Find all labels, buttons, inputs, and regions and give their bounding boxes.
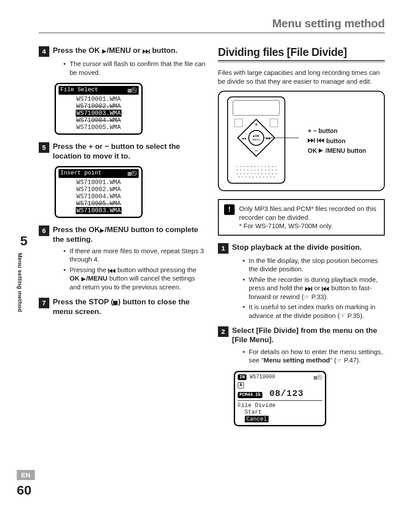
svg-point-11 (249, 130, 264, 145)
svg-point-66 (274, 177, 275, 177)
battery-icon: ▥ⓝ (128, 86, 137, 94)
svg-point-40 (265, 170, 266, 170)
divide-step-1-notes: In the file display, the stop position b… (243, 256, 385, 320)
page-number: 60 (17, 483, 35, 498)
page-header-title: Menu setting method (39, 17, 385, 32)
step-heading: Press the STOP () button to close the me… (53, 297, 206, 316)
reference-icon: ☞ (336, 357, 342, 364)
step-heading: Select [File Divide] from the menu on th… (232, 326, 385, 345)
svg-point-45 (240, 173, 241, 174)
svg-point-33 (240, 170, 241, 170)
svg-text:▸▸: ▸▸ (266, 136, 271, 140)
step-number: 4 (39, 46, 49, 57)
divide-step-2: 2 Select [File Divide] from the menu on … (218, 326, 385, 345)
section-underline (218, 62, 385, 63)
svg-point-42 (272, 170, 273, 170)
fast-forward-icon (143, 49, 150, 54)
svg-point-54 (272, 173, 273, 174)
svg-point-47 (247, 173, 248, 174)
device-illustration-box: ▸OK MENU + − ◂◂ ▸▸ (218, 91, 385, 191)
svg-point-22 (244, 166, 245, 167)
lcd-screen-file-divide: IN WS710008 ▥ⓝ A PCM44.1k 08/123 File Di… (234, 371, 326, 427)
bullet: In the file display, the stop position b… (243, 256, 385, 273)
play-icon (81, 277, 86, 282)
svg-point-62 (260, 177, 261, 177)
svg-point-28 (265, 166, 266, 167)
svg-text:▸OK: ▸OK (253, 134, 260, 137)
svg-point-20 (237, 166, 238, 167)
svg-point-50 (258, 173, 259, 174)
svg-point-37 (254, 170, 255, 170)
svg-point-51 (262, 173, 262, 174)
svg-point-52 (265, 173, 266, 174)
step-heading: Press the OK /MENU or button. (53, 46, 177, 57)
section-title: Dividing files [File Divide] (218, 46, 385, 61)
label-ok-menu: OK/MENU button (308, 146, 366, 155)
svg-point-34 (244, 170, 245, 170)
rewind-icon (317, 138, 324, 143)
svg-point-43 (276, 170, 276, 170)
battery-icon: ▥ⓝ (314, 374, 322, 381)
svg-point-30 (272, 166, 273, 167)
note-box: ! Only MP3 files and PCM* files recorded… (218, 199, 385, 236)
chapter-tab: 5 Menu setting method (17, 233, 31, 312)
svg-point-24 (251, 166, 252, 167)
page-footer: EN 60 (17, 470, 35, 498)
fast-forward-icon (305, 287, 313, 292)
reference-icon: ☞ (340, 312, 346, 319)
step-6-notes: If there are more files to move, repeat … (63, 247, 206, 292)
chapter-number: 5 (17, 233, 31, 248)
format-badge: PCM44.1k (238, 392, 262, 398)
bullet: Pressing the button without pressing the… (63, 266, 206, 292)
chapter-label: Menu setting method (17, 253, 23, 312)
svg-point-60 (253, 177, 254, 177)
button-labels: + − button button OK/MENU button (308, 126, 366, 155)
svg-text:MENU: MENU (252, 138, 260, 141)
svg-point-26 (258, 166, 259, 167)
svg-point-27 (262, 166, 262, 167)
svg-point-31 (276, 166, 276, 167)
section-intro: Files with large capacities and long rec… (218, 68, 385, 85)
svg-point-36 (251, 170, 252, 170)
svg-text:+: + (254, 121, 258, 128)
step-4: 4 Press the OK /MENU or button. (39, 46, 206, 57)
divide-step-2-notes: For details on how to enter the menu set… (243, 347, 385, 365)
svg-point-46 (244, 173, 245, 174)
svg-point-56 (239, 177, 239, 177)
rewind-icon (108, 269, 116, 273)
step-heading: Press the + or − button to select the lo… (53, 142, 206, 161)
step-number: 6 (39, 225, 49, 236)
step-4-notes: The cursor will flash to confirm that th… (63, 59, 206, 77)
bullet: If there are more files to move, repeat … (63, 247, 206, 264)
play-icon (319, 148, 324, 153)
step-heading: Stop playback at the divide position. (232, 243, 362, 254)
bullet: While the recorder is during playback mo… (243, 275, 385, 301)
bullet: For details on how to enter the menu set… (243, 347, 385, 365)
language-badge: EN (17, 470, 35, 480)
divide-step-1: 1 Stop playback at the divide position. (218, 243, 385, 254)
svg-point-32 (237, 170, 238, 170)
label-ff-rew: button (308, 136, 366, 146)
device-illustration: ▸OK MENU + − ◂◂ ▸▸ (225, 96, 300, 186)
step-5: 5 Press the + or − button to select the … (39, 142, 206, 161)
svg-point-23 (247, 166, 248, 167)
play-icon (100, 229, 105, 233)
svg-point-39 (262, 170, 262, 170)
svg-point-49 (254, 173, 255, 174)
svg-point-61 (256, 177, 257, 177)
left-column: 4 Press the OK /MENU or button. The curs… (39, 46, 206, 428)
svg-point-63 (263, 177, 264, 177)
reference-icon: ☞ (304, 293, 309, 300)
svg-point-48 (251, 173, 252, 174)
svg-point-44 (237, 173, 238, 174)
folder-icon: A (238, 382, 244, 388)
lcd-screen-insert-point: Insert point▥ⓝ WS710001.WMA WS710002.WMA… (55, 166, 143, 218)
stop-icon (113, 301, 118, 306)
rewind-icon (322, 287, 329, 292)
bullet: The cursor will flash to confirm that th… (63, 59, 206, 77)
fast-forward-icon (308, 138, 315, 143)
step-number: 7 (39, 298, 49, 308)
step-number: 2 (218, 326, 228, 337)
bullet: It is useful to set index marks on marki… (243, 303, 385, 320)
svg-point-21 (240, 166, 241, 167)
